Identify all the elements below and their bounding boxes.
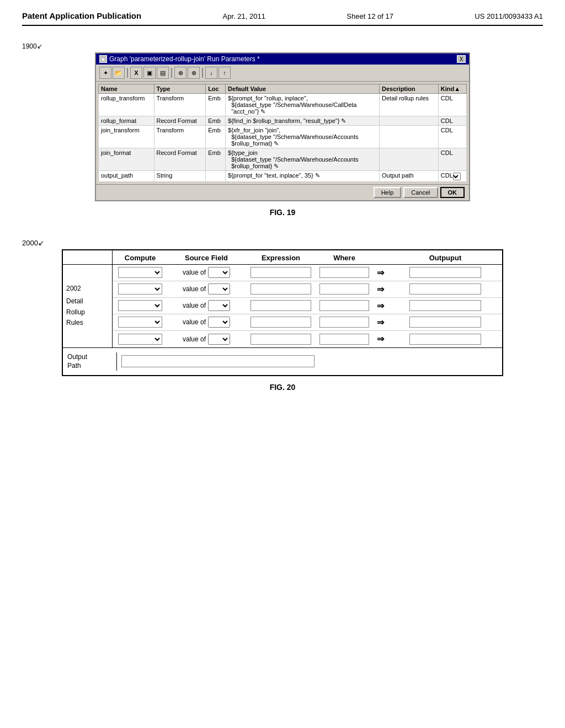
row2-output-input[interactable] (409, 283, 481, 295)
toolbar-sep-1 (127, 68, 128, 78)
row2-where-input[interactable] (319, 283, 369, 295)
fig20-data-row-3: value of ⇒ (113, 298, 502, 314)
row4-expr-input[interactable] (250, 317, 311, 328)
toolbar-btn-up[interactable]: ↑ (218, 67, 231, 79)
row4-output (388, 315, 502, 329)
fig20-output-path-row: OutputPath (63, 348, 502, 376)
row5-name: output_path (99, 171, 154, 182)
row1-expr (245, 266, 317, 279)
row5-expr-input[interactable] (250, 334, 311, 345)
toolbar-btn-cut[interactable]: X (130, 67, 142, 79)
row2-name: rollup_format (99, 116, 154, 126)
row3-output-input[interactable] (409, 300, 481, 311)
row3-source-select[interactable] (208, 300, 230, 311)
row2-compute-select[interactable] (118, 283, 162, 295)
toolbar-btn-copy[interactable]: ▣ (143, 67, 156, 79)
row3-edit-icon[interactable]: ✎ (274, 140, 280, 147)
toolbar-btn-2[interactable]: 📂 (113, 67, 125, 79)
row5-kind: CDL (438, 171, 466, 182)
row1-where-input[interactable] (319, 267, 369, 278)
row4-expr (245, 315, 317, 329)
row1-arrow: ⇒ (372, 267, 388, 278)
row3-expr-input[interactable] (250, 300, 311, 311)
publication-date: Apr. 21, 2011 (223, 12, 265, 20)
row5-where-input[interactable] (319, 334, 369, 345)
row1-edit-icon[interactable]: ✎ (260, 108, 267, 115)
toolbar-btn-paste[interactable]: ▤ (157, 67, 169, 79)
header-compute: Compute (113, 254, 168, 262)
row1-source-select[interactable] (208, 267, 230, 278)
fig20-data-row-1: value of ⇒ (113, 265, 502, 281)
row4-compute-select[interactable] (118, 317, 162, 328)
col-loc: Loc (206, 84, 226, 94)
row4-default: ${type_join ${dataset_type "/Schema/Ware… (226, 148, 380, 171)
row3-where-input[interactable] (319, 300, 369, 311)
header-empty (372, 254, 388, 262)
page-header: Patent Application Publication Apr. 21, … (22, 11, 543, 26)
row4-type: Record Format (154, 148, 206, 171)
row2-source-select[interactable] (208, 283, 230, 295)
params-table: Name Type Loc Default Value Description … (98, 84, 467, 182)
row5-output (388, 333, 502, 346)
row5-default: ${prompt_for "text, inplace", 35} ✎ (226, 171, 380, 182)
row3-desc (380, 126, 439, 148)
row3-output (388, 299, 502, 312)
row5-arrow: ⇒ (372, 334, 388, 344)
fig20-dialog: Compute Source Field Expression Where Ou… (62, 249, 503, 377)
ok-button[interactable]: OK (440, 187, 465, 198)
row2-desc (380, 116, 439, 126)
row5-compute (113, 333, 168, 346)
row5-output-input[interactable] (409, 334, 481, 345)
row3-compute-select[interactable] (118, 300, 162, 311)
col-type: Type (154, 84, 206, 94)
publication-sheet: Sheet 12 of 17 (347, 12, 393, 20)
row4-compute (113, 315, 168, 329)
publication-patent: US 2011/0093433 A1 (475, 12, 543, 20)
row2-expr-input[interactable] (250, 283, 311, 295)
row5-compute-select[interactable] (118, 334, 162, 345)
fig20-label-detail: Detail (66, 296, 109, 307)
row1-loc: Emb (206, 94, 226, 116)
toolbar-btn-down[interactable]: ↓ (205, 67, 217, 79)
row4-edit-icon[interactable]: ✎ (274, 163, 280, 169)
dialog-titlebar: ■ Graph 'parameterized-rollup-join' Run … (96, 53, 469, 65)
row5-where (317, 333, 372, 346)
row2-compute (113, 282, 168, 296)
help-button[interactable]: Help (374, 187, 402, 198)
fig20-ref-label: 2000↙ (22, 239, 543, 247)
fig20-header-cols: Compute Source Field Expression Where Ou… (113, 250, 502, 264)
row2-default: ${find_in $rollup_transform, "result_typ… (226, 116, 380, 126)
col-default: Default Value (226, 84, 380, 94)
row1-expr-input[interactable] (250, 267, 311, 278)
fig20-header: Compute Source Field Expression Where Ou… (63, 250, 502, 265)
figure-19-container: 1900↙ ■ Graph 'parameterized-rollup-join… (22, 42, 543, 217)
toolbar-btn-add[interactable]: ⊕ (174, 67, 186, 79)
row5-source-select[interactable] (208, 334, 230, 345)
toolbar-btn-delete[interactable]: ⊗ (188, 67, 200, 79)
header-expression: Expression (245, 254, 317, 262)
figure-20-container: 2000↙ Compute Source Field Expression Wh… (22, 239, 543, 392)
row1-where (317, 266, 372, 279)
row4-where (317, 315, 372, 329)
row1-name: rollup_transform (99, 94, 154, 116)
row4-where-input[interactable] (319, 317, 369, 328)
output-path-input[interactable] (121, 355, 315, 367)
row2-edit-icon[interactable]: ✎ (341, 117, 348, 124)
row4-source-select[interactable] (208, 317, 230, 328)
row1-compute (113, 266, 168, 279)
row1-kind: CDL (438, 94, 466, 116)
row1-compute-select[interactable] (118, 267, 162, 278)
row4-output-input[interactable] (409, 317, 481, 328)
dialog-close-button[interactable]: X (457, 55, 466, 63)
dialog-toolbar: ✦ 📂 X ▣ ▤ ⊕ ⊗ ↓ ↑ (96, 65, 469, 82)
row2-loc: Emb (206, 116, 226, 126)
row5-edit-icon[interactable]: ✎ (315, 172, 322, 179)
row5-desc: Output path (380, 171, 439, 182)
row1-output-input[interactable] (409, 267, 481, 278)
fig20-main-body: 2002 Detail Rollup Rules value of (63, 265, 502, 348)
publication-title: Patent Application Publication (22, 11, 141, 20)
cancel-button[interactable]: Cancel (403, 187, 438, 198)
toolbar-btn-1[interactable]: ✦ (99, 67, 111, 79)
row5-kind-select[interactable] (453, 173, 461, 180)
fig20-data-row-2: value of ⇒ (113, 281, 502, 298)
